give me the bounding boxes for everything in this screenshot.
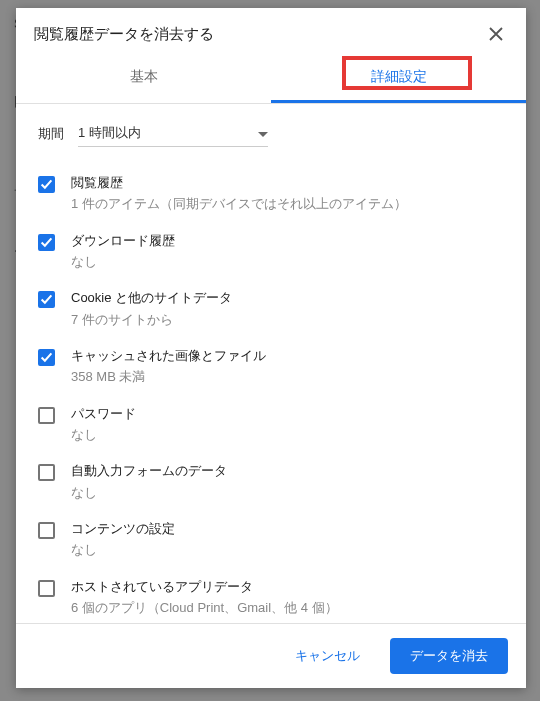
item-title: パスワード <box>71 405 512 423</box>
data-type-row: ダウンロード履歴なし <box>34 223 516 281</box>
close-icon[interactable] <box>484 22 508 46</box>
checkbox[interactable] <box>38 349 55 366</box>
item-title: 自動入力フォームのデータ <box>71 462 512 480</box>
data-type-row: ホストされているアプリデータ6 個のアプリ（Cloud Print、Gmail、… <box>34 569 516 623</box>
data-type-row: Cookie と他のサイトデータ7 件のサイトから <box>34 280 516 338</box>
tabs: 基本 詳細設定 <box>16 56 526 104</box>
item-description: 7 件のサイトから <box>71 310 512 330</box>
item-description: 358 MB 未満 <box>71 367 512 387</box>
item-description: なし <box>71 425 512 445</box>
item-title: Cookie と他のサイトデータ <box>71 289 512 307</box>
time-range-value: 1 時間以内 <box>78 124 141 142</box>
time-range-select[interactable]: 1 時間以内 <box>78 120 268 147</box>
clear-browsing-data-dialog: 閲覧履歴データを消去する 基本 詳細設定 期間 1 時間以内 閲覧履歴1 件のア… <box>16 8 526 688</box>
chevron-down-icon <box>258 126 268 141</box>
tab-advanced[interactable]: 詳細設定 <box>271 56 526 103</box>
data-type-row: 自動入力フォームのデータなし <box>34 453 516 511</box>
item-title: コンテンツの設定 <box>71 520 512 538</box>
item-title: ダウンロード履歴 <box>71 232 512 250</box>
time-range-row: 期間 1 時間以内 <box>34 116 516 165</box>
checkbox[interactable] <box>38 464 55 481</box>
item-title: ホストされているアプリデータ <box>71 578 512 596</box>
checkbox[interactable] <box>38 176 55 193</box>
tab-basic[interactable]: 基本 <box>16 56 271 103</box>
item-description: なし <box>71 483 512 503</box>
item-description: なし <box>71 540 512 560</box>
dialog-title: 閲覧履歴データを消去する <box>34 25 214 44</box>
checkbox[interactable] <box>38 522 55 539</box>
dialog-body[interactable]: 期間 1 時間以内 閲覧履歴1 件のアイテム（同期デバイスではそれ以上のアイテム… <box>16 104 526 623</box>
checkbox[interactable] <box>38 234 55 251</box>
dialog-footer: キャンセル データを消去 <box>16 623 526 688</box>
dialog-header: 閲覧履歴データを消去する <box>16 8 526 56</box>
data-type-row: コンテンツの設定なし <box>34 511 516 569</box>
checkbox[interactable] <box>38 291 55 308</box>
data-type-row: キャッシュされた画像とファイル358 MB 未満 <box>34 338 516 396</box>
item-description: 1 件のアイテム（同期デバイスではそれ以上のアイテム） <box>71 194 512 214</box>
time-range-label: 期間 <box>38 125 64 143</box>
cancel-button[interactable]: キャンセル <box>275 638 380 674</box>
checkbox[interactable] <box>38 580 55 597</box>
item-description: 6 個のアプリ（Cloud Print、Gmail、他 4 個） <box>71 598 512 618</box>
clear-data-button[interactable]: データを消去 <box>390 638 508 674</box>
item-title: キャッシュされた画像とファイル <box>71 347 512 365</box>
item-title: 閲覧履歴 <box>71 174 512 192</box>
checkbox[interactable] <box>38 407 55 424</box>
data-type-row: 閲覧履歴1 件のアイテム（同期デバイスではそれ以上のアイテム） <box>34 165 516 223</box>
data-type-row: パスワードなし <box>34 396 516 454</box>
item-description: なし <box>71 252 512 272</box>
